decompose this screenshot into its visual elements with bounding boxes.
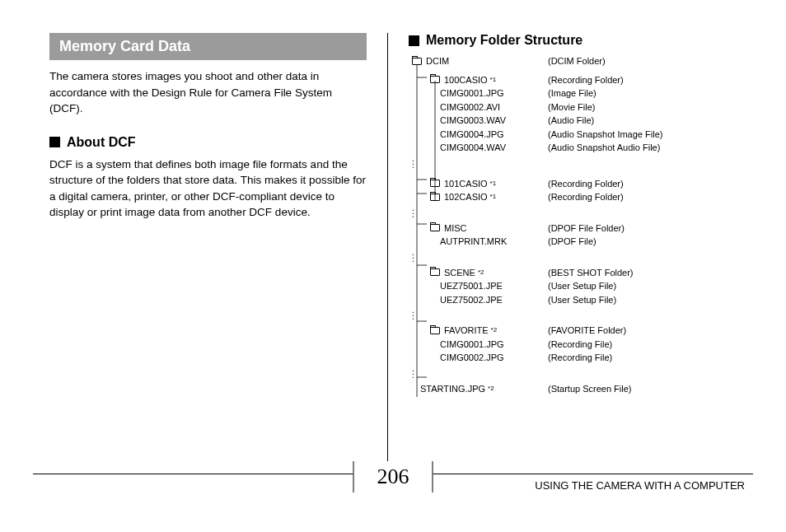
- file-label: CIMG0001.JPG: [440, 86, 504, 100]
- tree-row-file: CIMG0001.JPG (Image File): [412, 86, 742, 100]
- tree-row-dcim: DCIM (DCIM Folder): [412, 54, 742, 68]
- tree-vdots: ...: [412, 204, 742, 222]
- footer-section-title: USING THE CAMERA WITH A COMPUTER: [535, 479, 745, 492]
- superscript: *1: [490, 179, 497, 189]
- folder-tree: DCIM (DCIM Folder) 100CASIO*1 (Recording…: [412, 54, 742, 395]
- file-label: CIMG0001.JPG: [440, 338, 504, 352]
- tree-row-100casio: 100CASIO*1 (Recording Folder): [412, 73, 742, 87]
- file-label: STARTING.JPG: [420, 382, 485, 396]
- tree-vdots: ...: [412, 155, 742, 172]
- tree-row-file: CIMG0004.WAV (Audio Snapshot Audio File): [412, 141, 742, 155]
- folder-label: MISC: [444, 222, 467, 236]
- file-desc: (User Setup File): [548, 279, 616, 293]
- folder-icon: [412, 58, 422, 65]
- file-label: AUTPRINT.MRK: [440, 235, 507, 249]
- file-label: CIMG0002.JPG: [440, 351, 504, 365]
- folder-label: FAVORITE: [444, 324, 489, 338]
- about-heading-text: About DCF: [67, 135, 136, 150]
- tree-row-file: UEZ75002.JPE (User Setup File): [412, 293, 742, 307]
- tree-row-file: CIMG0003.WAV (Audio File): [412, 114, 742, 128]
- right-heading-text: Memory Folder Structure: [426, 33, 582, 48]
- page-number: 206: [353, 461, 433, 492]
- folder-icon: [430, 194, 440, 201]
- file-desc: (Image File): [548, 86, 597, 100]
- file-desc: (Audio Snapshot Image File): [548, 128, 662, 142]
- page-content: Memory Card Data The camera stores image…: [0, 0, 786, 469]
- file-label: UEZ75002.JPE: [440, 293, 503, 307]
- tree-row-file: CIMG0002.AVI (Movie File): [412, 100, 742, 114]
- superscript: *2: [488, 384, 494, 394]
- folder-label: 100CASIO: [444, 73, 488, 87]
- file-label: CIMG0004.WAV: [440, 141, 506, 155]
- square-bullet-icon: [409, 35, 419, 46]
- tree-vdots: ...: [412, 249, 742, 266]
- section-banner: Memory Card Data: [49, 33, 367, 60]
- superscript: *1: [490, 192, 497, 202]
- file-desc: (User Setup File): [548, 293, 616, 307]
- folder-icon: [430, 76, 440, 83]
- folder-label: 102CASIO: [444, 190, 488, 204]
- square-bullet-icon: [49, 137, 60, 147]
- tree-row-starting: STARTING.JPG*2 (Startup Screen File): [412, 382, 742, 396]
- left-column: Memory Card Data The camera stores image…: [49, 33, 387, 461]
- tree-row-file: UEZ75001.JPE (User Setup File): [412, 279, 742, 293]
- file-desc: (Audio File): [548, 114, 594, 128]
- tree-row-102casio: 102CASIO*1 (Recording Folder): [412, 190, 742, 204]
- folder-label: 101CASIO: [444, 177, 488, 191]
- tree-vdots: ...: [412, 306, 742, 324]
- superscript: *2: [491, 325, 498, 335]
- tree-row-misc: MISC (DPOF File Folder): [412, 222, 742, 236]
- file-label: CIMG0002.AVI: [440, 100, 500, 114]
- tree-row-file: CIMG0002.JPG (Recording File): [412, 351, 742, 365]
- file-desc: (Audio Snapshot Audio File): [548, 141, 660, 155]
- folder-label: DCIM: [426, 54, 449, 68]
- file-label: CIMG0004.JPG: [440, 128, 504, 142]
- folder-desc: (FAVORITE Folder): [548, 324, 626, 338]
- file-label: CIMG0003.WAV: [440, 114, 506, 128]
- folder-icon: [430, 180, 440, 187]
- folder-desc: (BEST SHOT Folder): [548, 266, 634, 280]
- file-desc: (Movie File): [548, 100, 595, 114]
- folder-icon: [430, 327, 440, 334]
- file-desc: (Recording File): [548, 351, 612, 365]
- tree-row-101casio: 101CASIO*1 (Recording Folder): [412, 177, 742, 191]
- folder-desc: (DCIM Folder): [548, 54, 606, 68]
- right-column: Memory Folder Structure DCIM: [387, 33, 742, 461]
- tree-row-file: CIMG0004.JPG (Audio Snapshot Image File): [412, 128, 742, 142]
- tree-row-favorite: FAVORITE*2 (FAVORITE Folder): [412, 324, 742, 338]
- folder-desc: (DPOF File Folder): [548, 222, 625, 236]
- folder-desc: (Recording Folder): [548, 177, 624, 191]
- intro-paragraph: The camera stores images you shoot and o…: [49, 68, 367, 117]
- folder-structure-heading: Memory Folder Structure: [409, 33, 742, 48]
- tree-row-file: AUTPRINT.MRK (DPOF File): [412, 235, 742, 249]
- file-desc: (Startup Screen File): [548, 382, 631, 396]
- file-label: UEZ75001.JPE: [440, 279, 503, 293]
- tree-row-scene: SCENE*2 (BEST SHOT Folder): [412, 266, 742, 280]
- folder-label: SCENE: [444, 266, 475, 280]
- about-paragraph: DCF is a system that defines both image …: [49, 156, 367, 221]
- folder-icon: [430, 268, 440, 276]
- folder-desc: (Recording Folder): [548, 73, 624, 87]
- file-desc: (DPOF File): [548, 235, 597, 249]
- about-dcf-heading: About DCF: [49, 135, 367, 150]
- file-desc: (Recording File): [548, 338, 612, 352]
- superscript: *1: [490, 75, 497, 85]
- superscript: *2: [478, 268, 484, 278]
- folder-icon: [430, 224, 440, 231]
- tree-row-file: CIMG0001.JPG (Recording File): [412, 338, 742, 352]
- folder-desc: (Recording Folder): [548, 190, 624, 204]
- tree-vdots: ...: [412, 365, 742, 382]
